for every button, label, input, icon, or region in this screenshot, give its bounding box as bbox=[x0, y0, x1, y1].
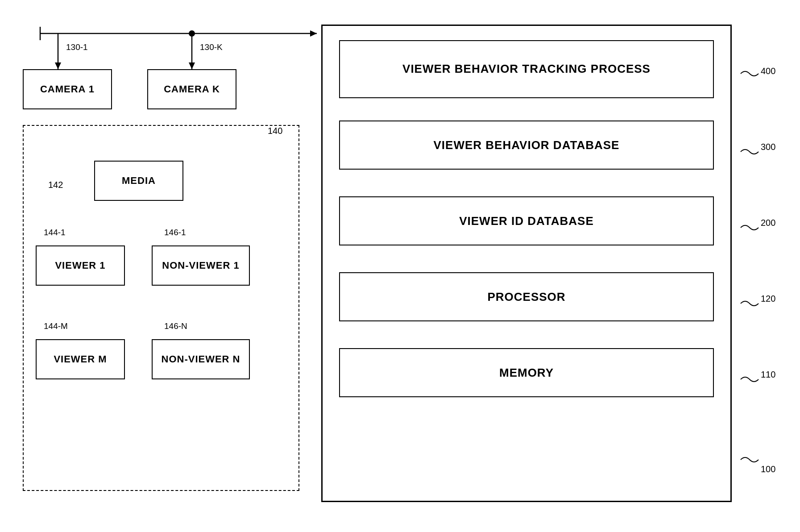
processor-box: PROCESSOR bbox=[339, 272, 714, 321]
svg-marker-1 bbox=[310, 30, 317, 37]
svg-marker-6 bbox=[189, 62, 195, 69]
ref-144-m: 144-M bbox=[44, 321, 68, 331]
viewer-behavior-tracking-label: VIEWER BEHAVIOR TRACKING PROCESS bbox=[402, 62, 651, 77]
memory-box: MEMORY bbox=[339, 348, 714, 397]
nonviewern-label: NON-VIEWER N bbox=[162, 353, 240, 365]
camerak-label: CAMERA K bbox=[164, 83, 220, 95]
viewer-behavior-database-label: VIEWER BEHAVIOR DATABASE bbox=[434, 138, 620, 152]
ref-400: 400 bbox=[761, 66, 775, 76]
media-label: MEDIA bbox=[122, 175, 156, 187]
ref-130-1: 130-1 bbox=[66, 42, 88, 52]
diagram-container: CAMERA 1 CAMERA K 130-1 130-K 140 MEDIA … bbox=[0, 0, 800, 532]
ref-300: 300 bbox=[761, 142, 775, 152]
viewer1-box: VIEWER 1 bbox=[36, 245, 125, 286]
nonviewern-box: NON-VIEWER N bbox=[152, 339, 250, 379]
ref-142: 142 bbox=[48, 180, 63, 190]
nonviewer1-box: NON-VIEWER 1 bbox=[152, 245, 250, 286]
viewer-id-database-box: VIEWER ID DATABASE bbox=[339, 196, 714, 245]
ref-130-k: 130-K bbox=[200, 42, 223, 52]
camera1-box: CAMERA 1 bbox=[23, 69, 112, 109]
viewer1-label: VIEWER 1 bbox=[55, 260, 105, 271]
media-box: MEDIA bbox=[94, 161, 183, 201]
svg-point-2 bbox=[189, 30, 195, 37]
viewer-behavior-tracking-box: VIEWER BEHAVIOR TRACKING PROCESS bbox=[339, 40, 714, 98]
svg-marker-4 bbox=[55, 62, 61, 69]
camerak-box: CAMERA K bbox=[147, 69, 236, 109]
ref-146-n: 146-N bbox=[164, 321, 187, 331]
processor-label: PROCESSOR bbox=[487, 290, 565, 304]
ref-144-1: 144-1 bbox=[44, 228, 66, 237]
viewerm-label: VIEWER M bbox=[54, 353, 107, 365]
ref-110: 110 bbox=[761, 370, 775, 380]
ref-140: 140 bbox=[268, 126, 282, 136]
ref-200: 200 bbox=[761, 218, 775, 228]
ref-100: 100 bbox=[761, 464, 775, 474]
nonviewer1-label: NON-VIEWER 1 bbox=[162, 260, 239, 271]
viewer-id-database-label: VIEWER ID DATABASE bbox=[459, 214, 594, 228]
ref-120: 120 bbox=[761, 294, 775, 304]
camera1-label: CAMERA 1 bbox=[40, 83, 95, 95]
ref-146-1: 146-1 bbox=[164, 228, 186, 237]
viewer-behavior-database-box: VIEWER BEHAVIOR DATABASE bbox=[339, 121, 714, 170]
viewerm-box: VIEWER M bbox=[36, 339, 125, 379]
memory-label: MEMORY bbox=[499, 366, 554, 380]
